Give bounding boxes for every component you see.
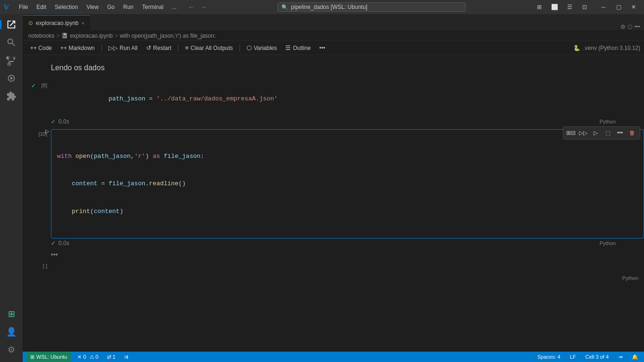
- activity-explorer[interactable]: [3, 16, 20, 33]
- menu-terminal[interactable]: Terminal: [138, 3, 167, 11]
- status-spaces[interactable]: Spaces: 4: [536, 354, 562, 360]
- cell-toolbar-2: ⊞⊟ ▷▷ ▷ ⬚ ••• 🗑: [563, 126, 640, 140]
- cell-dots[interactable]: •••: [23, 249, 644, 260]
- add-code-icon: +: [30, 45, 33, 51]
- activity-remote-explorer[interactable]: ⊞: [3, 305, 20, 322]
- status-remote[interactable]: ⊞ WSL: Ubuntu: [26, 352, 71, 362]
- toggle-panel-btn[interactable]: ⬜: [548, 2, 561, 12]
- menu-more[interactable]: ...: [168, 3, 181, 11]
- output-check-1: ✓: [51, 118, 56, 125]
- customize-layout-btn[interactable]: ⊡: [578, 2, 591, 12]
- status-sync[interactable]: ⇄ 1: [105, 354, 117, 360]
- breadcrumb-notebooks[interactable]: notebooks: [28, 33, 54, 39]
- search-input-container[interactable]: 🔍 pipeline_dados [WSL: Ubuntu]: [277, 2, 466, 12]
- breadcrumb: notebooks > 📓 exploracao.ipynb > with op…: [23, 31, 644, 41]
- main-layout: ⊞ 👤 ⚙ ⊙ exploracao.ipynb × ⚙ ⬡ ••• noteb…: [0, 14, 644, 362]
- clear-icon: ≡: [185, 44, 189, 51]
- minimize-btn[interactable]: ─: [597, 2, 610, 12]
- toggle-sidebar-btn[interactable]: ☰: [563, 2, 576, 12]
- tab-notebook-label: exploracao.ipynb: [36, 20, 79, 26]
- close-btn[interactable]: ✕: [627, 2, 640, 12]
- tab-close-btn[interactable]: ×: [82, 20, 84, 26]
- restart-btn[interactable]: ↺ Restart: [142, 43, 175, 53]
- kernel-info: 🐍 .venv (Python 3.10.12): [573, 45, 640, 51]
- nav-back[interactable]: ←: [186, 2, 197, 12]
- remote-label: WSL: Ubuntu: [36, 354, 67, 360]
- toolbar-sep3: [239, 44, 240, 52]
- status-forward-ports[interactable]: ⇉: [122, 354, 130, 360]
- activity-settings[interactable]: ⚙: [3, 341, 20, 358]
- menu-go[interactable]: Go: [103, 3, 118, 11]
- clear-outputs-btn[interactable]: ≡ Clear All Outputs: [181, 43, 237, 53]
- menu-view[interactable]: View: [83, 3, 102, 11]
- toolbar-more-btn[interactable]: •••: [315, 43, 329, 53]
- cell-code-2[interactable]: ▷ ∨ ⊞⊟ ▷▷ ▷ ⬚ ••• 🗑 [10]: [23, 127, 644, 248]
- cell-code-1-inner: ✓ [8] path_jason = '../data_raw/dados_em…: [23, 81, 644, 117]
- breadcrumb-file[interactable]: exploracao.ipynb: [70, 33, 113, 39]
- add-code-btn[interactable]: + + Code: [26, 43, 56, 53]
- activity-extensions[interactable]: [3, 88, 20, 105]
- outline-btn[interactable]: ☰ Outline: [281, 43, 314, 53]
- cell-tb-delete[interactable]: 🗑: [627, 128, 638, 138]
- add-markdown-icon: +: [60, 45, 64, 51]
- status-errors[interactable]: ✕ 0 ⚠ 0: [75, 354, 100, 360]
- cell-body-1[interactable]: path_jason = '../data_raw/dados_empresaA…: [51, 81, 644, 117]
- add-markdown-btn[interactable]: + + Markdown: [57, 43, 99, 53]
- activity-search[interactable]: [3, 34, 20, 51]
- tab-bar: ⊙ exploracao.ipynb × ⚙ ⬡ •••: [23, 14, 644, 31]
- search-icon: 🔍: [281, 4, 288, 10]
- menu-file[interactable]: File: [15, 3, 32, 11]
- cell-tb-format[interactable]: ⊞⊟: [565, 128, 577, 138]
- cell-tb-run-btn[interactable]: ▷: [590, 128, 601, 138]
- code-line-2: content = file_jason.readline(): [57, 179, 638, 189]
- status-cell-info[interactable]: Cell 3 of 4: [583, 354, 611, 360]
- breadcrumb-file-icon: 📓: [61, 33, 68, 39]
- cell-body-empty[interactable]: [51, 261, 644, 275]
- cell-status-1: ✓: [31, 82, 36, 89]
- clear-label: Clear All Outputs: [190, 45, 233, 51]
- cell-tb-run-above[interactable]: ▷▷: [578, 128, 589, 138]
- cell-body-2[interactable]: with open(path_jason,'r') as file_jason:…: [51, 129, 644, 239]
- section-heading: Lendo os dados: [23, 60, 644, 80]
- status-bell-icon[interactable]: 🔔: [630, 354, 640, 360]
- status-left: ⊞ WSL: Ubuntu ✕ 0 ⚠ 0 ⇄ 1 ⇉: [26, 352, 130, 362]
- variables-label: Variables: [254, 45, 277, 51]
- activity-run-debug[interactable]: [3, 70, 20, 87]
- outline-icon: ☰: [285, 44, 291, 51]
- editor-more-icon[interactable]: •••: [634, 24, 640, 30]
- run-all-btn[interactable]: ▷▷ Run All: [105, 43, 141, 53]
- notebook-content[interactable]: Lendo os dados ✓ [8] path_jason = '../da…: [23, 55, 644, 352]
- nav-forward[interactable]: →: [198, 2, 209, 12]
- activity-accounts[interactable]: 👤: [3, 323, 20, 340]
- status-right: Spaces: 4 LF Cell 3 of 4 ⇥ 🔔: [536, 354, 640, 360]
- cell-code-1[interactable]: ✓ [8] path_jason = '../data_raw/dados_em…: [23, 81, 644, 126]
- editor-split-icon[interactable]: ⬡: [627, 24, 632, 30]
- menu-selection[interactable]: Selection: [51, 3, 82, 11]
- cell-gutter-1: ✓ [8]: [23, 81, 51, 89]
- tab-notebook[interactable]: ⊙ exploracao.ipynb ×: [23, 15, 90, 30]
- cell-markdown: Lendo os dados: [23, 60, 644, 80]
- split-editor-btn[interactable]: ⊞: [533, 2, 546, 12]
- maximize-btn[interactable]: ▢: [612, 2, 625, 12]
- cell-tb-split[interactable]: ⬚: [602, 128, 613, 138]
- status-bar: ⊞ WSL: Ubuntu ✕ 0 ⚠ 0 ⇄ 1 ⇉ Spaces:: [23, 352, 644, 362]
- menu-run[interactable]: Run: [119, 3, 137, 11]
- status-encoding[interactable]: LF: [568, 354, 578, 360]
- cell-lang-2: Python: [600, 240, 616, 246]
- add-code-label: + Code: [33, 45, 52, 51]
- status-indent-icon[interactable]: ⇥: [616, 354, 624, 360]
- variables-btn[interactable]: ⬡ Variables: [243, 43, 281, 53]
- cell-tb-more[interactable]: •••: [614, 128, 626, 138]
- title-bar: 𝕍 File Edit Selection View Go Run Termin…: [0, 0, 644, 14]
- menu-edit[interactable]: Edit: [33, 3, 50, 11]
- editor-layout-icon[interactable]: ⚙: [620, 24, 626, 30]
- search-bar: 🔍 pipeline_dados [WSL: Ubuntu]: [215, 2, 529, 12]
- cell-empty[interactable]: [ ] Python: [23, 261, 644, 281]
- forward-ports-icon: ⇉: [124, 354, 128, 360]
- cell-run-btn[interactable]: ▷: [45, 128, 49, 134]
- activity-source-control[interactable]: [3, 52, 20, 69]
- run-all-icon: ▷▷: [108, 44, 118, 51]
- kernel-label[interactable]: .venv (Python 3.10.12): [583, 45, 640, 51]
- breadcrumb-code-item[interactable]: with open(path_jason,'r') as file_jason:: [120, 33, 215, 39]
- error-icon: ✕: [77, 354, 82, 360]
